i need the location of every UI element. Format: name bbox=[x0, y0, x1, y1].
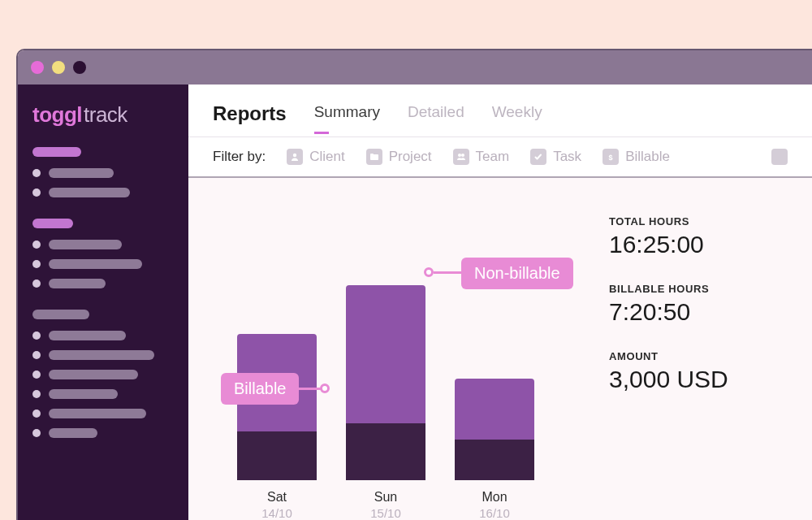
svg-point-4 bbox=[461, 154, 464, 157]
bar-col-sat: Sat 14/10 bbox=[237, 334, 317, 520]
stat-value: 7:20:50 bbox=[609, 298, 788, 326]
bar-stack[interactable] bbox=[237, 334, 317, 480]
stats-panel: TOTAL HOURS 16:25:00 BILLABLE HOURS 7:20… bbox=[609, 210, 788, 520]
filter-billable[interactable]: $ Billable bbox=[603, 149, 670, 165]
tag-icon bbox=[771, 149, 788, 165]
filter-team[interactable]: Team bbox=[453, 149, 510, 165]
app-window: toggltrack bbox=[16, 49, 812, 520]
app-body: toggltrack bbox=[18, 84, 812, 520]
svg-point-3 bbox=[458, 154, 461, 157]
stat-value: 3,000 USD bbox=[609, 366, 788, 393]
bar-stack[interactable] bbox=[346, 285, 425, 480]
main-panel: Reports Summary Detailed Weekly Filter b… bbox=[188, 84, 812, 520]
content-area: Sat 14/10 Sun 15/10 bbox=[188, 178, 812, 520]
nav-item[interactable] bbox=[32, 409, 174, 418]
nav-item[interactable] bbox=[32, 168, 174, 178]
nav-group-3 bbox=[32, 310, 174, 438]
filter-task[interactable]: Task bbox=[530, 149, 581, 165]
filter-project[interactable]: Project bbox=[366, 149, 432, 165]
segment-billable bbox=[346, 423, 425, 480]
sidebar: toggltrack bbox=[18, 84, 188, 520]
nav-item[interactable] bbox=[32, 279, 174, 288]
brand-toggl: toggl bbox=[32, 102, 82, 127]
nav-section-header[interactable] bbox=[32, 219, 73, 228]
team-icon bbox=[453, 149, 469, 165]
bar-date: 15/10 bbox=[370, 506, 401, 520]
filter-client[interactable]: Client bbox=[287, 149, 344, 165]
bar-date: 14/10 bbox=[261, 506, 292, 520]
stat-billable-hours: BILLABLE HOURS 7:20:50 bbox=[609, 283, 788, 326]
callout-pointer bbox=[424, 267, 434, 277]
segment-billable bbox=[237, 431, 317, 480]
window-close-dot[interactable] bbox=[31, 61, 44, 74]
svg-rect-1 bbox=[370, 154, 378, 160]
bar-label: Sat bbox=[267, 490, 287, 505]
filter-label: Project bbox=[389, 149, 432, 165]
callout-pointer bbox=[320, 384, 330, 393]
brand-logo: toggltrack bbox=[32, 102, 174, 128]
segment-nonbillable bbox=[455, 379, 534, 440]
callout-text: Billable bbox=[234, 379, 286, 398]
nav-item[interactable] bbox=[32, 389, 174, 399]
nav-section-header[interactable] bbox=[32, 310, 89, 319]
tab-detailed[interactable]: Detailed bbox=[408, 103, 464, 124]
bar-label: Mon bbox=[482, 490, 507, 505]
folder-icon bbox=[366, 149, 382, 165]
nav-item[interactable] bbox=[32, 188, 174, 197]
filter-by-label: Filter by: bbox=[213, 149, 266, 165]
page-title: Reports bbox=[213, 102, 287, 125]
bar-col-sun: Sun 15/10 bbox=[346, 285, 425, 520]
svg-text:$: $ bbox=[609, 154, 613, 162]
tabs-row: Reports Summary Detailed Weekly bbox=[188, 84, 812, 137]
svg-rect-2 bbox=[370, 154, 374, 155]
filter-row: Filter by: Client Project Team Task bbox=[188, 137, 812, 178]
nav-group-1 bbox=[32, 147, 174, 197]
window-max-dot[interactable] bbox=[73, 61, 86, 74]
nav-item[interactable] bbox=[32, 331, 174, 340]
stat-total-hours: TOTAL HOURS 16:25:00 bbox=[609, 215, 788, 258]
callout-text: Non-billable bbox=[474, 264, 560, 283]
stat-label: AMOUNT bbox=[609, 350, 788, 362]
filter-label: Client bbox=[309, 149, 344, 165]
tab-weekly[interactable]: Weekly bbox=[492, 103, 542, 124]
dollar-icon: $ bbox=[603, 149, 619, 165]
segment-billable bbox=[455, 440, 534, 480]
nav-item[interactable] bbox=[32, 350, 174, 360]
nav-item[interactable] bbox=[32, 370, 174, 379]
nav-item[interactable] bbox=[32, 259, 174, 269]
bar-stack[interactable] bbox=[455, 379, 534, 480]
callout-line bbox=[294, 388, 322, 390]
bar-col-mon: Mon 16/10 bbox=[455, 379, 534, 520]
filter-more[interactable] bbox=[771, 149, 788, 165]
nav-item[interactable] bbox=[32, 240, 174, 249]
window-min-dot[interactable] bbox=[52, 61, 65, 74]
stat-label: BILLABLE HOURS bbox=[609, 283, 788, 295]
nav-section-header[interactable] bbox=[32, 147, 81, 157]
bar-label: Sun bbox=[374, 490, 397, 505]
filter-label: Task bbox=[553, 149, 581, 165]
stat-value: 16:25:00 bbox=[609, 231, 788, 258]
tab-summary[interactable]: Summary bbox=[314, 103, 380, 124]
chart-area: Sat 14/10 Sun 15/10 bbox=[213, 210, 577, 520]
callout-billable: Billable bbox=[221, 373, 299, 405]
titlebar bbox=[18, 50, 812, 84]
callout-line bbox=[434, 271, 461, 274]
check-icon bbox=[530, 149, 546, 165]
filter-label: Team bbox=[476, 149, 510, 165]
svg-point-0 bbox=[293, 154, 296, 157]
filter-label: Billable bbox=[625, 149, 670, 165]
callout-nonbillable: Non-billable bbox=[461, 258, 573, 289]
brand-track: track bbox=[84, 102, 127, 127]
nav-group-2 bbox=[32, 219, 174, 288]
person-icon bbox=[287, 149, 303, 165]
stat-amount: AMOUNT 3,000 USD bbox=[609, 350, 788, 393]
segment-nonbillable bbox=[346, 285, 425, 423]
stat-label: TOTAL HOURS bbox=[609, 215, 788, 228]
bar-date: 16/10 bbox=[479, 506, 510, 520]
nav-item[interactable] bbox=[32, 428, 174, 438]
